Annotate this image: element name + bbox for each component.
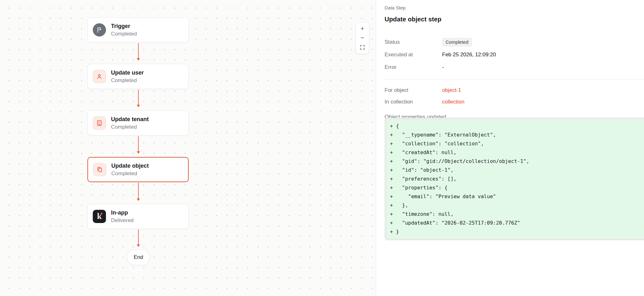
- in-collection-label: In collection: [385, 99, 442, 105]
- node-status: Completed: [111, 124, 149, 130]
- end-label: End: [134, 254, 143, 260]
- minus-icon: −: [360, 34, 364, 41]
- diff-line: + },: [390, 201, 639, 210]
- flow-node-end[interactable]: End: [127, 249, 150, 265]
- diff-line: + "__typename": "ExternalObject",: [390, 131, 639, 139]
- node-status: Completed: [111, 170, 149, 177]
- plus-icon: +: [360, 25, 364, 32]
- step-type-label: Data Step: [385, 5, 644, 11]
- node-status: Completed: [111, 31, 137, 37]
- diff-line: + "timezone": null,: [390, 210, 639, 219]
- section-divider: [384, 79, 644, 80]
- building-icon: [93, 116, 106, 130]
- flow-node-trigger[interactable]: Trigger Completed: [87, 17, 189, 42]
- node-title: Update tenant: [111, 116, 149, 123]
- diff-line: + "createdAt": null,: [390, 148, 639, 157]
- executed-at-row: Executed at Feb 25 2026, 12:09:20: [385, 50, 644, 59]
- copy-icon: [93, 163, 106, 176]
- diff-line: + "updatedAt": "2026-02-25T17:09:20.776Z…: [390, 219, 639, 227]
- user-icon: [93, 70, 106, 83]
- step-detail-panel: Data Step Update object step Status Comp…: [376, 0, 644, 296]
- zoom-in-button[interactable]: +: [356, 24, 369, 33]
- diff-line: + "collection": "collection",: [390, 139, 639, 148]
- node-title: Update object: [111, 162, 149, 169]
- flow-arrow: [138, 43, 139, 60]
- diff-added-region: + { + "__typename": "ExternalObject", + …: [386, 119, 644, 239]
- diff-line: + }: [390, 227, 639, 236]
- collection-link[interactable]: collection: [442, 99, 464, 105]
- status-row: Status Completed: [385, 38, 644, 47]
- flow-arrow: [138, 183, 139, 200]
- executed-at-value: Feb 25 2026, 12:09:20: [442, 52, 496, 58]
- diff-line: + "properties": {: [390, 183, 639, 192]
- error-row: Error -: [385, 63, 644, 72]
- flow-node-update-user[interactable]: Update user Completed: [87, 64, 189, 89]
- flow-node-in-app[interactable]: k In-app Delivered: [87, 204, 189, 229]
- node-status: Delivered: [111, 217, 134, 224]
- in-collection-row: In collection collection: [385, 98, 644, 106]
- for-object-label: For object: [385, 87, 442, 93]
- workflow-run-debugger: Trigger Completed Update user Completed: [0, 0, 644, 296]
- error-label: Error: [385, 64, 442, 70]
- fit-view-icon: [360, 45, 365, 50]
- node-title: Update user: [111, 69, 144, 76]
- knock-logo: k: [93, 210, 106, 223]
- diff-line: + {: [390, 122, 639, 131]
- flow-arrow: [138, 90, 139, 107]
- flow-arrow: [138, 136, 139, 153]
- object-diff-block: + { + "__typename": "ExternalObject", + …: [385, 118, 644, 240]
- executed-at-label: Executed at: [385, 52, 442, 58]
- node-title: In-app: [111, 209, 134, 216]
- status-badge: Completed: [442, 38, 472, 47]
- flag-icon: [93, 23, 106, 36]
- workflow-canvas[interactable]: Trigger Completed Update user Completed: [0, 0, 376, 296]
- node-status: Completed: [111, 77, 144, 84]
- for-object-row: For object object-1: [385, 86, 644, 95]
- flow-node-update-tenant[interactable]: Update tenant Completed: [87, 110, 189, 136]
- zoom-toolbar: + −: [356, 23, 369, 54]
- step-title: Update object step: [385, 15, 644, 23]
- flow-node-update-object[interactable]: Update object Completed: [87, 157, 189, 182]
- status-label: Status: [385, 39, 442, 45]
- object-link[interactable]: object-1: [442, 87, 461, 93]
- diff-line: + "email": "Preview data value": [390, 192, 639, 201]
- diff-line: + "id": "object-1",: [390, 166, 639, 175]
- node-title: Trigger: [111, 23, 137, 30]
- zoom-out-button[interactable]: −: [356, 33, 369, 42]
- diff-line: + "gid": "gid://Object/collection/object…: [390, 157, 639, 166]
- flow-arrow: [138, 230, 139, 246]
- diff-line: + "preferences": [],: [390, 175, 639, 183]
- error-value: -: [442, 64, 444, 70]
- fit-view-button[interactable]: [356, 42, 369, 53]
